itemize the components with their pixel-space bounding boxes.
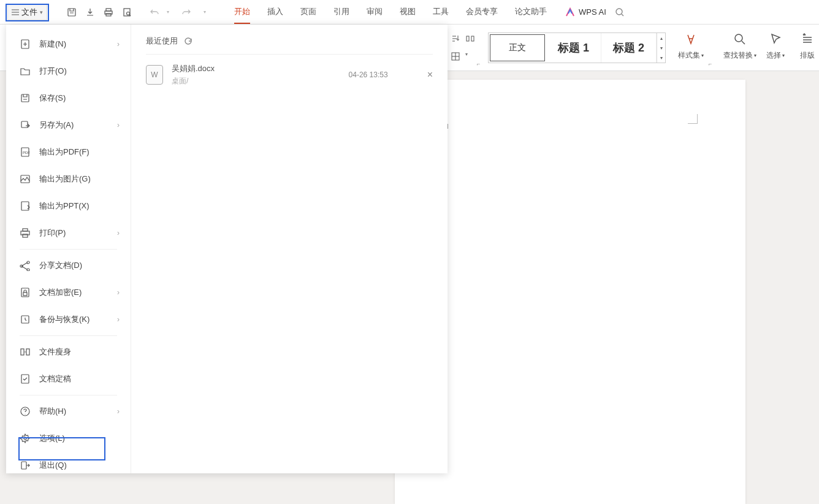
svg-rect-0: [68, 9, 75, 16]
svg-rect-13: [21, 121, 28, 128]
save-icon[interactable]: [67, 7, 77, 17]
svg-point-10: [735, 34, 742, 42]
tab-page[interactable]: 页面: [300, 0, 316, 24]
styleset-icon: [684, 31, 698, 48]
chevron-down-icon: ▾: [782, 53, 785, 58]
file-menu-button[interactable]: 文件 ▾: [7, 4, 47, 20]
menu-item-exit[interactable]: 退出(Q): [6, 452, 131, 479]
print-icon[interactable]: [104, 7, 113, 17]
borders-dropdown-icon[interactable]: ▾: [465, 52, 475, 61]
menu-item-exportpdf[interactable]: PDF 输出为PDF(F): [6, 139, 131, 166]
menu-item-label: 打开(O): [39, 66, 67, 77]
show-marks-icon[interactable]: [465, 34, 475, 44]
tab-start[interactable]: 开始: [234, 0, 250, 24]
svg-point-31: [24, 437, 26, 440]
exit-icon: [20, 460, 31, 471]
style-scroll-down-icon[interactable]: ▾: [657, 43, 665, 53]
menu-item-share[interactable]: 分享文档(D): [6, 252, 131, 279]
menu-item-save[interactable]: 保存(S): [6, 85, 131, 112]
tab-review[interactable]: 审阅: [367, 0, 383, 24]
print-preview-icon[interactable]: [122, 7, 132, 17]
chevron-right-icon: ›: [117, 288, 120, 297]
menu-item-label: 新建(N): [39, 39, 66, 50]
styles-gallery: 正文 标题 1 标题 2 ▴ ▾ ▾: [488, 32, 666, 63]
menu-item-label: 文件瘦身: [39, 346, 71, 357]
new-file-icon: [20, 39, 31, 50]
menu-item-slim[interactable]: 文件瘦身: [6, 338, 131, 365]
search-icon[interactable]: [615, 7, 625, 17]
svg-rect-28: [26, 349, 29, 355]
docx-icon: W: [146, 65, 163, 85]
menu-item-label: 输出为图片(G): [39, 174, 91, 185]
style-normal[interactable]: 正文: [490, 34, 545, 61]
chevron-down-icon: ▾: [40, 9, 43, 15]
tab-view[interactable]: 视图: [400, 0, 416, 24]
chevron-right-icon: ›: [117, 229, 120, 237]
menu-item-encrypt[interactable]: 文档加密(E) ›: [6, 279, 131, 306]
paragraph-dialog-launcher[interactable]: ⌐: [477, 61, 480, 67]
select-label: 选择: [766, 50, 781, 61]
finalize-icon: [20, 373, 31, 384]
folder-icon: [20, 66, 31, 77]
ribbon-paragraph-group: ▾: [451, 25, 475, 71]
menu-item-finalize[interactable]: 文档定稿: [6, 365, 131, 392]
find-replace-button[interactable]: 查找替换▾: [723, 31, 756, 61]
menu-item-exportppt[interactable]: 输出为PPT(X): [6, 193, 131, 220]
arrange-label: 排版: [800, 50, 815, 61]
arrange-icon: [801, 31, 814, 48]
menu-item-label: 帮助(H): [39, 406, 66, 417]
menu-item-label: 输出为PPT(X): [39, 200, 90, 212]
styles-dialog-launcher[interactable]: ⌐: [709, 61, 712, 67]
menu-item-label: 选项(L): [39, 433, 65, 444]
menu-item-open[interactable]: 打开(O): [6, 58, 131, 85]
arrange-button[interactable]: 排版: [800, 31, 815, 61]
tab-insert[interactable]: 插入: [267, 0, 283, 24]
refresh-icon[interactable]: [184, 37, 192, 45]
menu-item-new[interactable]: 新建(N) ›: [6, 31, 131, 58]
hamburger-icon: [12, 9, 19, 15]
recent-file-path: 桌面/: [172, 76, 340, 86]
save-disk-icon: [20, 93, 31, 104]
tab-thesis[interactable]: 论文助手: [515, 0, 547, 24]
undo-icon[interactable]: [150, 7, 159, 17]
tab-member[interactable]: 会员专享: [466, 0, 498, 24]
menu-item-backup[interactable]: 备份与恢复(K) ›: [6, 306, 131, 333]
menu-item-print[interactable]: 打印(P) ›: [6, 220, 131, 246]
menu-separator: [20, 249, 117, 250]
select-button[interactable]: 选择▾: [766, 31, 785, 61]
menu-item-label: 分享文档(D): [39, 260, 82, 271]
sort-icon[interactable]: [451, 34, 460, 44]
recent-header: 最近使用: [146, 36, 433, 55]
styleset-button[interactable]: 样式集▾: [678, 31, 704, 61]
tab-references[interactable]: 引用: [333, 0, 349, 24]
svg-rect-12: [21, 94, 29, 102]
menu-item-help[interactable]: 帮助(H) ›: [6, 398, 131, 425]
close-icon[interactable]: ×: [427, 69, 433, 80]
tab-tools[interactable]: 工具: [433, 0, 449, 24]
wps-ai-button[interactable]: WPS AI: [565, 7, 606, 17]
wps-ai-icon: [565, 7, 575, 17]
file-menu-list: 新建(N) › 打开(O) 保存(S) 另存为(A) ›: [6, 25, 131, 473]
menu-item-exportimg[interactable]: 输出为图片(G): [6, 166, 131, 193]
export-icon[interactable]: [85, 7, 95, 17]
recent-file-item[interactable]: W 吴娟娟.docx 桌面/ 04-26 13:53 ×: [146, 55, 433, 95]
undo-dropdown-icon[interactable]: ▾: [163, 7, 173, 17]
svg-point-5: [127, 12, 130, 15]
ppt-icon: [20, 200, 31, 212]
menu-item-label: 输出为PDF(F): [39, 147, 90, 158]
qat-dropdown-icon[interactable]: ▾: [200, 7, 210, 17]
style-expand-icon[interactable]: ▾: [657, 53, 665, 63]
style-heading2[interactable]: 标题 2: [601, 33, 657, 63]
help-icon: [20, 406, 31, 417]
redo-icon[interactable]: [181, 7, 191, 17]
svg-rect-7: [467, 36, 469, 41]
style-scroll-up-icon[interactable]: ▴: [657, 33, 665, 43]
style-heading1[interactable]: 标题 1: [546, 33, 601, 63]
borders-icon[interactable]: [451, 52, 460, 61]
recent-file-time: 04-26 13:53: [349, 71, 388, 79]
lock-icon: [20, 287, 31, 298]
menu-tabs: 开始 插入 页面 引用 审阅 视图 工具 会员专享 论文助手: [234, 0, 547, 24]
menu-item-saveas[interactable]: 另存为(A) ›: [6, 112, 131, 139]
svg-rect-25: [23, 292, 27, 296]
menu-item-options[interactable]: 选项(L): [6, 425, 131, 452]
